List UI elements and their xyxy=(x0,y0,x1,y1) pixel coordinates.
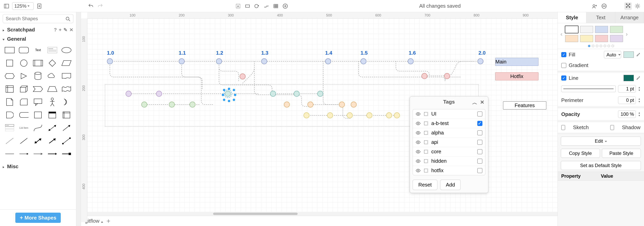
search-icon[interactable] xyxy=(65,16,71,23)
eye-icon[interactable] xyxy=(416,168,421,173)
commit-node[interactable] xyxy=(351,102,356,108)
commit-node[interactable] xyxy=(360,58,366,64)
toggle-sidebar-icon[interactable] xyxy=(3,2,10,10)
tag-checkbox[interactable] xyxy=(477,130,482,136)
format-panel-toggle-icon[interactable] xyxy=(624,2,632,10)
tag-checkbox[interactable] xyxy=(477,140,482,145)
eye-icon[interactable] xyxy=(416,149,421,154)
commit-node[interactable] xyxy=(179,58,184,64)
commit-node[interactable] xyxy=(478,58,484,64)
eye-icon[interactable] xyxy=(416,121,421,126)
shape-link[interactable] xyxy=(60,136,72,146)
shape-rect2[interactable] xyxy=(32,110,44,120)
theme-toggle-icon[interactable] xyxy=(634,2,641,10)
search-shapes-input[interactable] xyxy=(3,14,73,23)
tags-close-icon[interactable]: ✕ xyxy=(480,99,485,105)
tags-reset-button[interactable]: Reset xyxy=(412,180,438,190)
sketch-checkbox[interactable] xyxy=(561,125,565,130)
paste-style-button[interactable]: Paste Style xyxy=(602,149,641,158)
add-page-icon[interactable]: + xyxy=(106,217,110,225)
redo-icon[interactable] xyxy=(96,2,104,10)
shape-arrow[interactable] xyxy=(60,123,72,133)
tag-checkbox[interactable] xyxy=(477,168,482,173)
eye-icon[interactable] xyxy=(416,158,421,164)
shape-curve[interactable] xyxy=(32,123,44,133)
commit-node[interactable] xyxy=(317,91,323,97)
highlight-icon[interactable] xyxy=(424,121,428,126)
swatch[interactable] xyxy=(610,35,623,42)
fill-checkbox[interactable]: ✓ xyxy=(561,52,566,57)
text-tool-icon[interactable]: A xyxy=(234,2,242,10)
commit-node[interactable] xyxy=(156,91,162,97)
general-section[interactable]: General xyxy=(0,34,76,44)
shape-circle[interactable] xyxy=(18,58,30,68)
shape-bidir-arrow[interactable] xyxy=(46,123,58,133)
commit-node[interactable] xyxy=(284,102,290,108)
set-default-style-button[interactable]: Set as Default Style xyxy=(561,161,641,170)
tab-arrange[interactable]: Arrange xyxy=(615,12,644,23)
commit-node[interactable] xyxy=(240,74,246,80)
commit-node-selected[interactable] xyxy=(225,91,231,97)
shape-data[interactable] xyxy=(18,110,30,120)
shape-hline-block[interactable] xyxy=(60,148,72,159)
eyedropper-icon[interactable] xyxy=(636,52,640,58)
commit-node[interactable] xyxy=(444,73,450,79)
commit-node[interactable] xyxy=(366,112,372,118)
commit-node[interactable] xyxy=(408,58,414,64)
scratchpad-edit-icon[interactable]: ✎ xyxy=(64,27,68,32)
shape-frame[interactable] xyxy=(60,110,72,120)
shape-callout[interactable] xyxy=(32,97,44,107)
commit-node[interactable] xyxy=(304,112,310,118)
shape-tape[interactable] xyxy=(60,84,72,94)
shape-diamond[interactable] xyxy=(46,58,58,68)
highlight-icon[interactable] xyxy=(424,130,428,136)
undo-icon[interactable] xyxy=(87,2,94,10)
commit-node[interactable] xyxy=(141,102,147,108)
ellipse-tool-icon[interactable] xyxy=(253,2,261,10)
shape-document[interactable] xyxy=(60,71,72,81)
shape-listitem[interactable]: List Item xyxy=(18,123,30,133)
line-color-chip[interactable] xyxy=(624,75,634,81)
branch-hotfix-label[interactable]: Hotfix xyxy=(495,72,538,80)
shape-roundrect[interactable] xyxy=(18,45,30,56)
commit-node[interactable] xyxy=(386,112,392,118)
highlight-icon[interactable] xyxy=(424,112,428,116)
commit-node[interactable] xyxy=(270,91,276,97)
scratchpad-close-icon[interactable]: ✕ xyxy=(70,27,73,32)
tags-collapse-icon[interactable]: ︿ xyxy=(472,99,478,106)
shape-trapezoid[interactable] xyxy=(46,84,58,94)
scratchpad-section[interactable]: Scratchpad ? + ✎ ✕ xyxy=(0,25,76,34)
shape-bidir-thick[interactable] xyxy=(32,136,44,146)
shape-actor[interactable] xyxy=(46,97,58,107)
shape-text[interactable]: Text xyxy=(32,45,44,56)
eye-icon[interactable] xyxy=(416,112,421,116)
shape-hexagon[interactable] xyxy=(4,71,16,81)
branch-main-label[interactable]: Main xyxy=(495,58,538,66)
shape-halfmoon[interactable] xyxy=(60,97,72,107)
freehand-tool-icon[interactable] xyxy=(263,2,270,10)
shape-hline-arrow[interactable] xyxy=(18,148,30,159)
shape-cloud[interactable] xyxy=(46,71,58,81)
line-width-input[interactable] xyxy=(618,85,636,92)
eye-icon[interactable] xyxy=(416,140,421,145)
rectangle-tool-icon[interactable] xyxy=(244,2,251,10)
table-tool-icon[interactable] xyxy=(272,2,280,10)
shape-internal-storage[interactable] xyxy=(4,84,16,94)
shape-cylinder[interactable] xyxy=(32,71,44,81)
insert-icon[interactable] xyxy=(282,2,289,10)
commit-node[interactable] xyxy=(107,58,113,64)
scratchpad-help-icon[interactable]: ? xyxy=(54,27,57,32)
left-scroll-gutter[interactable] xyxy=(76,12,81,226)
tag-checkbox[interactable] xyxy=(477,158,482,164)
commit-node[interactable] xyxy=(325,58,331,64)
tags-add-button[interactable]: Add xyxy=(440,180,460,190)
swatch[interactable] xyxy=(595,26,608,33)
eye-icon[interactable] xyxy=(416,130,421,136)
misc-section[interactable]: Misc xyxy=(0,162,76,171)
scratchpad-add-icon[interactable]: + xyxy=(59,27,62,32)
swatch[interactable] xyxy=(595,35,608,42)
swatch-next-icon[interactable]: › xyxy=(625,31,628,37)
canvas[interactable]: 1.0 1.1 1.2 1.3 1.4 1.5 1.6 2.0 xyxy=(87,18,558,212)
zoom-select[interactable]: 125% xyxy=(12,2,34,10)
shadow-checkbox[interactable] xyxy=(610,125,614,130)
